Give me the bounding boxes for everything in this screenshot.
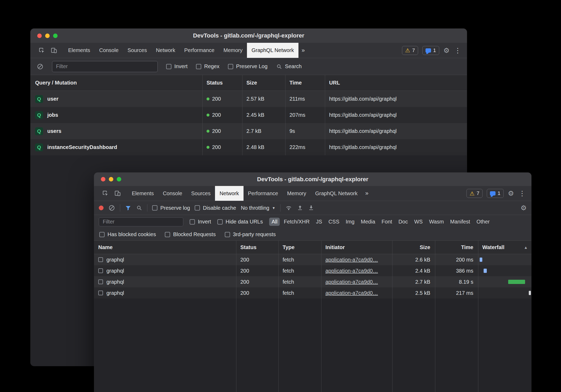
kebab-menu-icon[interactable]: ⋮ [454,47,462,54]
tab-performance[interactable]: Performance [244,186,283,201]
tab-sources[interactable]: Sources [187,186,215,201]
warnings-badge[interactable]: ⚠ 7 [402,46,418,55]
filter-type-ws[interactable]: WS [412,218,425,226]
filter-type-doc[interactable]: Doc [396,218,410,226]
table-row[interactable]: graphql 200 fetch application-a7ca9d0… 2… [94,276,531,287]
close-button[interactable] [37,34,42,38]
tab-sources[interactable]: Sources [123,43,151,58]
column-header-initiator[interactable]: Initiator [321,244,392,250]
table-row[interactable]: Q user 200 2.57 kB 211ms https://gitlab.… [30,91,467,107]
tab-graphql-network[interactable]: GraphQL Network [311,186,362,201]
table-row[interactable]: Q jobs 200 2.45 kB 207ms https://gitlab.… [30,107,467,123]
network-settings-gear-icon[interactable]: ⚙ [521,204,527,211]
filter-type-img[interactable]: Img [343,218,357,226]
filter-type-js[interactable]: JS [314,218,324,226]
titlebar[interactable]: DevTools - gitlab.com/-/graphql-explorer [94,172,531,186]
table-row[interactable]: Q instanceSecurityDashboard 200 2.48 kB … [30,139,467,155]
row-checkbox[interactable] [98,268,103,273]
column-header-url[interactable]: URL [325,80,467,86]
row-checkbox[interactable] [98,279,103,284]
column-header-time[interactable]: Time [285,80,325,86]
device-toolbar-icon[interactable] [48,43,60,58]
preserve-log-checkbox[interactable]: Preserve Log [228,63,268,69]
titlebar[interactable]: DevTools - gitlab.com/-/graphql-explorer [30,29,467,43]
tab-elements[interactable]: Elements [127,186,158,201]
row-checkbox[interactable] [98,257,103,262]
has-blocked-cookies-checkbox[interactable]: Has blocked cookies [99,231,156,237]
tab-elements[interactable]: Elements [64,43,95,58]
table-row[interactable]: Q users 200 2.7 kB 9s https://gitlab.com… [30,123,467,139]
column-header-size[interactable]: Size [242,80,285,86]
filter-input[interactable] [52,61,158,72]
initiator-link[interactable]: application-a7ca9d0… [321,257,392,263]
close-button[interactable] [101,177,105,181]
blocked-requests-checkbox[interactable]: Blocked Requests [165,231,216,237]
tab-graphql-network[interactable]: GraphQL Network [247,43,298,58]
table-row[interactable]: graphql 200 fetch application-a7ca9d0… 2… [94,254,531,265]
more-tabs-chevron-icon[interactable]: » [362,186,372,201]
third-party-requests-checkbox[interactable]: 3rd-party requests [225,231,276,237]
initiator-link[interactable]: application-a7ca9d0… [321,268,392,274]
table-row[interactable]: graphql 200 fetch application-a7ca9d0… 2… [94,287,531,298]
export-har-icon[interactable] [297,205,303,211]
settings-gear-icon[interactable]: ⚙ [443,47,450,54]
tab-memory[interactable]: Memory [283,186,311,201]
filter-type-font[interactable]: Font [379,218,395,226]
filter-type-wasm[interactable]: Wasm [427,218,446,226]
zoom-button[interactable] [117,177,121,181]
issues-badge[interactable]: 1 [487,189,504,198]
search-icon[interactable] [136,205,142,211]
import-har-icon[interactable] [308,205,314,211]
settings-gear-icon[interactable]: ⚙ [508,190,514,197]
more-tabs-chevron-icon[interactable]: » [298,43,308,58]
column-header-time[interactable]: Time [435,244,478,250]
filter-type-other[interactable]: Other [474,218,492,226]
record-icon[interactable] [99,206,104,210]
tab-network[interactable]: Network [151,43,180,58]
tab-console[interactable]: Console [95,43,123,58]
throttling-dropdown[interactable]: No throttling ▼ [241,205,275,211]
row-checkbox[interactable] [98,291,103,295]
kebab-menu-icon[interactable]: ⋮ [518,190,526,197]
inspect-element-icon[interactable] [99,186,111,201]
tab-performance[interactable]: Performance [180,43,219,58]
clear-icon[interactable] [108,204,115,211]
column-header-size[interactable]: Size [392,244,435,250]
column-header-name[interactable]: Name [94,244,236,250]
column-header-type[interactable]: Type [278,244,321,250]
issues-badge[interactable]: 1 [422,46,439,55]
filter-funnel-icon[interactable] [125,205,131,211]
disable-cache-checkbox[interactable]: Disable cache [195,205,236,211]
inspect-element-icon[interactable] [36,43,48,58]
initiator-link[interactable]: application-a7ca9d0… [321,279,392,285]
hide-data-urls-checkbox[interactable]: Hide data URLs [217,219,263,225]
table-row[interactable]: graphql 200 fetch application-a7ca9d0… 2… [94,265,531,276]
column-header-status[interactable]: Status [202,80,242,86]
invert-checkbox[interactable]: Invert [190,219,211,225]
column-header-waterfall[interactable]: Waterfall ▲ [478,244,531,250]
network-filter-input[interactable] [99,217,183,226]
column-header-status[interactable]: Status [236,244,278,250]
search-button[interactable]: Search [276,63,302,70]
warnings-badge[interactable]: ⚠ 7 [466,189,483,198]
clear-icon[interactable] [37,63,44,70]
initiator-link[interactable]: application-a7ca9d0… [321,290,392,296]
zoom-button[interactable] [53,34,58,38]
minimize-button[interactable] [45,34,50,38]
invert-checkbox[interactable]: Invert [166,63,188,69]
tab-memory[interactable]: Memory [219,43,247,58]
column-header-query[interactable]: Query / Mutation [30,80,202,86]
network-conditions-icon[interactable] [285,204,292,211]
filter-type-fetchxhr[interactable]: Fetch/XHR [281,218,312,226]
filter-type-css[interactable]: CSS [326,218,342,226]
tab-network[interactable]: Network [215,186,243,201]
minimize-button[interactable] [109,177,113,181]
filter-type-manifest[interactable]: Manifest [448,218,473,226]
tab-console[interactable]: Console [158,186,186,201]
preserve-log-checkbox[interactable]: Preserve log [152,205,190,211]
filter-type-media[interactable]: Media [358,218,377,226]
network-filter-row-2: Has blocked cookies Blocked Requests 3rd… [94,228,531,241]
filter-type-all[interactable]: All [269,218,280,226]
device-toolbar-icon[interactable] [111,186,124,201]
regex-checkbox[interactable]: Regex [196,63,219,69]
